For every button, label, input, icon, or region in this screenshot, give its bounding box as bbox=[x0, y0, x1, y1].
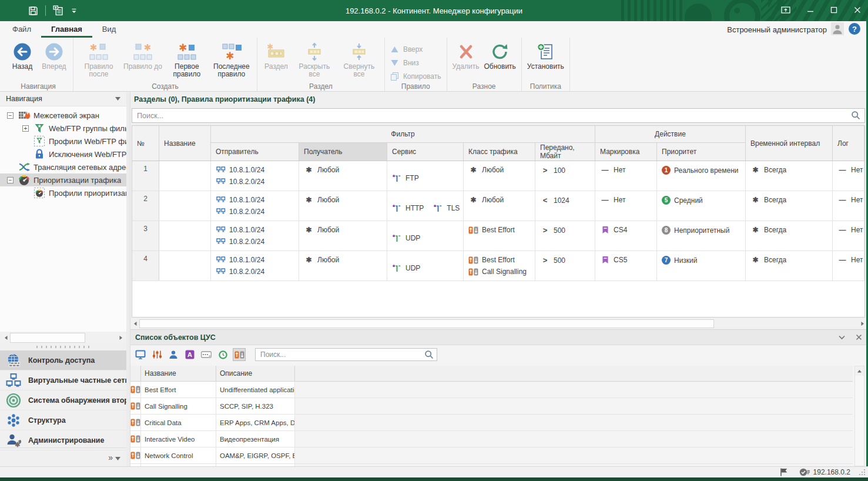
tree-item-webftp-groups[interactable]: +★Web/FTP группы фильтрации bbox=[0, 122, 126, 135]
nav-vpn[interactable]: Виртуальные частные сети bbox=[0, 370, 126, 390]
search-input[interactable] bbox=[255, 348, 437, 361]
expand-all-button[interactable]: Раскрыть все bbox=[292, 39, 337, 78]
search-icon[interactable] bbox=[851, 111, 860, 122]
col-object-desc[interactable]: Описание bbox=[216, 366, 295, 381]
col-num[interactable]: № bbox=[132, 126, 159, 161]
object-row[interactable]: Best EffortUndifferentiated applications bbox=[130, 382, 853, 398]
avatar-icon[interactable] bbox=[831, 22, 844, 37]
minimize-icon[interactable] bbox=[807, 6, 814, 14]
collapse-expander-icon[interactable]: − bbox=[7, 112, 14, 119]
last-rule-button[interactable]: ✱Последнее правило bbox=[209, 39, 254, 78]
col-marking[interactable]: Маркировка bbox=[595, 143, 657, 161]
traffic-class-icon[interactable] bbox=[233, 348, 246, 361]
rule-after-button[interactable]: ✱Правило после bbox=[76, 39, 121, 78]
sidebar-header[interactable]: Навигация bbox=[0, 92, 126, 106]
object-row[interactable]: Network ControlOAM&P, EIGRP, OSPF, BG... bbox=[130, 447, 853, 464]
move-down-button[interactable]: Вниз bbox=[388, 57, 444, 68]
section-button[interactable]: ✱Раздел bbox=[260, 39, 292, 71]
close-icon[interactable] bbox=[854, 6, 861, 14]
col-receiver[interactable]: Получатель bbox=[299, 143, 387, 161]
forward-button[interactable]: Вперед bbox=[38, 39, 70, 71]
new-config-icon[interactable] bbox=[53, 5, 64, 16]
col-traffic-class[interactable]: Класс трафика bbox=[464, 143, 535, 161]
col-object-icon[interactable] bbox=[130, 366, 141, 381]
first-rule-button[interactable]: ✱Первое правило bbox=[165, 39, 209, 78]
col-log[interactable]: Лог bbox=[833, 126, 864, 161]
search-icon[interactable] bbox=[424, 350, 434, 362]
tree-item-qos[interactable]: −Приоритизации трафика bbox=[0, 173, 126, 186]
splitter[interactable] bbox=[126, 92, 130, 466]
collapse-expander-icon[interactable]: − bbox=[7, 177, 14, 183]
object-row[interactable]: Critical DataERP Apps, CRM Apps, Dat... bbox=[130, 415, 853, 431]
maximize-icon[interactable] bbox=[830, 6, 837, 14]
col-transferred[interactable]: Передано, Мбайт bbox=[535, 143, 595, 161]
resize-grip-icon[interactable] bbox=[859, 469, 866, 476]
scrollbar-track[interactable] bbox=[85, 333, 116, 343]
tree-item-webftp-exceptions[interactable]: Исключения Web/FTP фильтрации bbox=[0, 148, 126, 161]
tray-icon[interactable] bbox=[781, 6, 790, 14]
tab-file[interactable]: Файл bbox=[2, 21, 41, 38]
scrollbar-thumb[interactable] bbox=[139, 319, 714, 328]
splitter-grip[interactable] bbox=[0, 344, 126, 350]
sidebar-hscrollbar[interactable] bbox=[1, 333, 125, 343]
tree-item-firewall[interactable]: −Межсетевой экран bbox=[0, 109, 126, 122]
object-row[interactable]: Call SignallingSCCP, SIP, H.323 bbox=[130, 398, 853, 415]
collapse-panel-icon[interactable] bbox=[839, 335, 845, 340]
nav-ids[interactable]: Система обнаружения вторже... bbox=[0, 390, 126, 410]
delete-button[interactable]: Удалить bbox=[450, 39, 482, 71]
arrow-left-icon[interactable] bbox=[130, 319, 139, 328]
close-panel-icon[interactable] bbox=[856, 334, 862, 340]
rule-row[interactable]: 310.8.1.0/2410.8.2.0/24✱ЛюбойUDPBest Eff… bbox=[132, 221, 864, 251]
col-service[interactable]: Сервис bbox=[387, 143, 464, 161]
filter-params-icon[interactable] bbox=[150, 348, 163, 361]
nav-access-control[interactable]: Контроль доступа bbox=[0, 350, 126, 370]
install-button[interactable]: Установить bbox=[525, 39, 567, 71]
copy-button[interactable]: Копировать bbox=[388, 71, 444, 82]
search-input[interactable] bbox=[132, 108, 865, 123]
help-icon[interactable]: ? bbox=[848, 22, 861, 37]
tree-item-qos-profiles[interactable]: Профили приоритизации bbox=[0, 186, 126, 199]
back-button[interactable]: Назад bbox=[6, 39, 38, 71]
letter-a-icon[interactable]: A bbox=[183, 348, 196, 361]
chevrons-right-icon[interactable]: » bbox=[108, 453, 113, 462]
col-object-name[interactable]: Название bbox=[141, 366, 216, 381]
cell-entry-label: Нет bbox=[851, 256, 863, 264]
collapse-all-button[interactable]: Свернуть все bbox=[337, 39, 381, 78]
objects-panel-header: Список объектов ЦУС bbox=[130, 329, 867, 345]
password-icon[interactable] bbox=[200, 348, 213, 361]
object-row[interactable]: Interactive VideoВидеопрезентация bbox=[130, 431, 853, 447]
triangle-down-icon[interactable] bbox=[115, 452, 120, 463]
flag-icon[interactable] bbox=[780, 467, 788, 477]
col-priority[interactable]: Приоритет bbox=[657, 143, 746, 161]
col-sender[interactable]: Отправитель bbox=[211, 143, 299, 161]
expand-expander-icon[interactable]: + bbox=[22, 125, 29, 132]
rule-before-button[interactable]: ✱Правило до bbox=[121, 39, 165, 71]
col-name[interactable]: Название bbox=[159, 126, 211, 161]
tab-view[interactable]: Вид bbox=[92, 21, 126, 38]
rule-row[interactable]: 410.8.1.0/2410.8.2.0/24✱ЛюбойUDPBest Eff… bbox=[132, 251, 864, 281]
col-interval[interactable]: Временной интервал bbox=[746, 126, 833, 161]
nav-structure[interactable]: Структура bbox=[0, 410, 126, 430]
rule-row[interactable]: 210.8.1.0/2410.8.2.0/24✱ЛюбойHTTPTLS✱Люб… bbox=[132, 191, 864, 221]
rule-row[interactable]: 110.8.1.0/2410.8.2.0/24✱ЛюбойFTP✱Любой>1… bbox=[132, 161, 864, 191]
arrow-up-icon[interactable] bbox=[855, 366, 864, 376]
triangle-down-icon[interactable] bbox=[115, 97, 120, 101]
arrow-right-icon[interactable] bbox=[116, 333, 125, 343]
save-icon[interactable] bbox=[28, 6, 38, 16]
tree-item-nat[interactable]: Трансляция сетевых адресов bbox=[0, 161, 126, 173]
qat-caret-icon[interactable] bbox=[71, 8, 77, 14]
clock-icon[interactable] bbox=[216, 348, 229, 361]
scrollbar-thumb[interactable] bbox=[10, 333, 85, 343]
arrow-right-icon[interactable] bbox=[858, 319, 867, 328]
tab-home[interactable]: Главная bbox=[41, 21, 92, 38]
main-hscrollbar[interactable] bbox=[130, 319, 867, 328]
move-up-button[interactable]: Вверх bbox=[388, 44, 444, 55]
monitor-icon[interactable] bbox=[134, 348, 147, 361]
refresh-button[interactable]: Обновить bbox=[482, 39, 518, 71]
scrollbar-track[interactable] bbox=[714, 319, 858, 328]
ribbon-group-label: Раздел bbox=[257, 82, 384, 91]
objects-vscrollbar[interactable] bbox=[854, 366, 864, 466]
tree-item-webftp-profiles[interactable]: ★Профили Web/FTP фильтрации bbox=[0, 135, 126, 148]
user-icon[interactable] bbox=[167, 348, 180, 361]
arrow-left-icon[interactable] bbox=[1, 333, 10, 343]
